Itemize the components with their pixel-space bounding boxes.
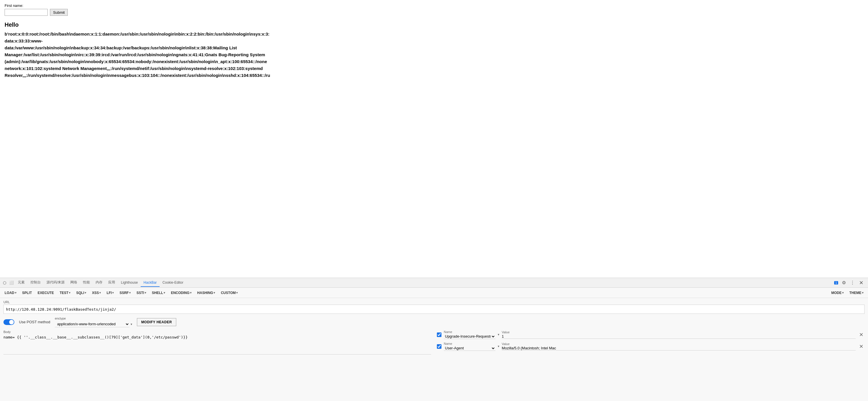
first-name-label: First name:	[5, 3, 863, 8]
first-name-input[interactable]	[5, 9, 48, 16]
hello-heading: Hello	[5, 20, 863, 29]
output-body: b'root:x:0:0:root:/root:/bin/bash\ndaemo…	[5, 31, 863, 79]
page-content: First name: Submit Hello b'root:x:0:0:ro…	[0, 0, 868, 115]
page-output: Hello b'root:x:0:0:root:/root:/bin/bash\…	[5, 20, 863, 79]
submit-button[interactable]: Submit	[50, 9, 68, 16]
